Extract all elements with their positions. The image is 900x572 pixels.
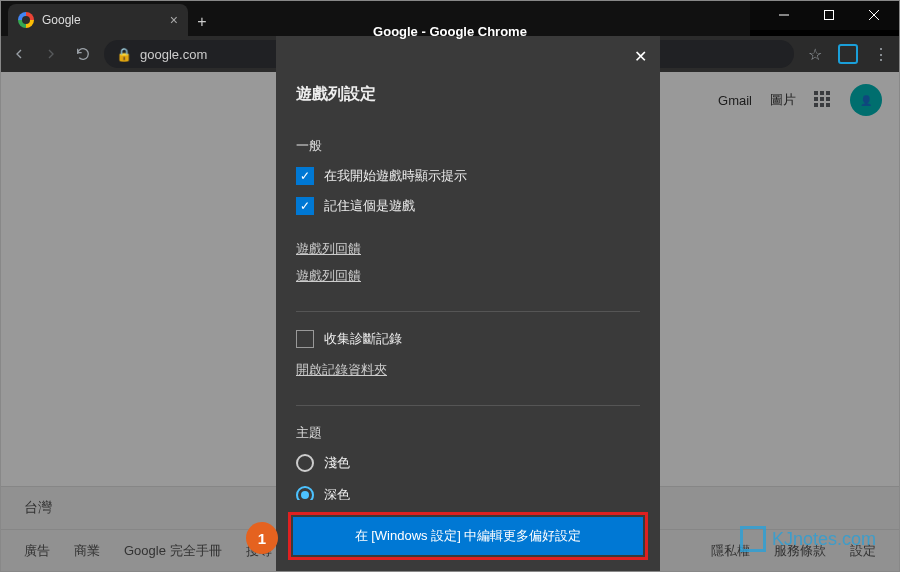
radio-selected-icon <box>296 486 314 500</box>
divider <box>296 311 640 312</box>
reload-button[interactable] <box>72 43 94 65</box>
translate-icon[interactable] <box>838 44 858 64</box>
gamebar-window-title: Google - Google Chrome <box>0 24 900 39</box>
url-text: google.com <box>140 47 207 62</box>
checkbox-label: 在我開始遊戲時顯示提示 <box>324 167 467 185</box>
checkbox-label: 記住這個是遊戲 <box>324 197 415 215</box>
panel-title: 遊戲列設定 <box>296 84 640 105</box>
checkbox-label: 收集診斷記錄 <box>324 330 402 348</box>
more-settings-button[interactable]: 在 [Windows 設定] 中編輯更多偏好設定 <box>293 517 643 555</box>
lock-icon: 🔒 <box>116 47 132 62</box>
radio-dark[interactable]: 深色 <box>296 486 640 500</box>
checkbox-show-tips[interactable]: ✓ 在我開始遊戲時顯示提示 <box>296 167 640 185</box>
forward-button[interactable] <box>40 43 62 65</box>
watermark-text: KJnotes.com <box>772 529 876 550</box>
gamebar-settings-panel: ✕ 遊戲列設定 一般 ✓ 在我開始遊戲時顯示提示 ✓ 記住這個是遊戲 遊戲列回饋… <box>276 36 660 572</box>
radio-label: 深色 <box>324 486 350 500</box>
divider <box>296 405 640 406</box>
star-icon[interactable]: ☆ <box>804 43 826 65</box>
checkbox-empty-icon <box>296 330 314 348</box>
radio-icon <box>296 454 314 472</box>
checkbox-collect-diagnostics[interactable]: 收集診斷記錄 <box>296 330 640 348</box>
feedback-link[interactable]: 遊戲列回饋 <box>296 240 361 258</box>
section-general: 一般 <box>296 137 640 155</box>
feedback-link[interactable]: 遊戲列回饋 <box>296 267 361 285</box>
radio-light[interactable]: 淺色 <box>296 454 640 472</box>
watermark-logo-icon <box>740 526 766 552</box>
checkbox-remember-game[interactable]: ✓ 記住這個是遊戲 <box>296 197 640 215</box>
panel-close-button[interactable]: ✕ <box>628 44 652 68</box>
annotation-badge: 1 <box>246 522 278 554</box>
open-log-folder-link[interactable]: 開啟記錄資料夾 <box>296 361 387 379</box>
watermark: KJnotes.com <box>740 526 876 552</box>
svg-rect-1 <box>824 11 833 20</box>
back-button[interactable] <box>8 43 30 65</box>
check-icon: ✓ <box>296 167 314 185</box>
section-theme: 主題 <box>296 424 640 442</box>
annotation-highlight: 在 [Windows 設定] 中編輯更多偏好設定 <box>288 512 648 560</box>
check-icon: ✓ <box>296 197 314 215</box>
menu-icon[interactable]: ⋮ <box>870 43 892 65</box>
radio-label: 淺色 <box>324 454 350 472</box>
